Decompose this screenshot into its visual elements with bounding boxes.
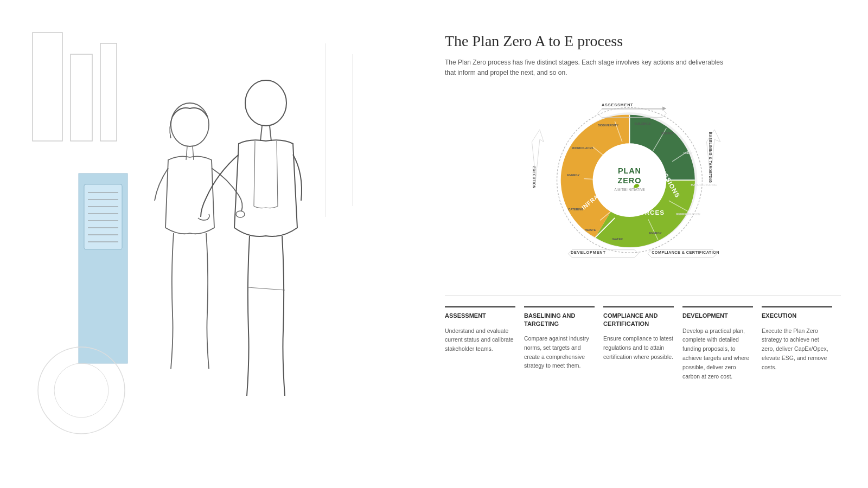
svg-text:ASSESSMENT: ASSESSMENT xyxy=(602,103,634,108)
svg-text:MANUFACTURING: MANUFACTURING xyxy=(691,183,717,187)
assessment-header: ASSESSMENT xyxy=(445,306,515,319)
baselining-bold-letter: B xyxy=(524,312,528,319)
page-title: The Plan Zero A to E process xyxy=(445,33,841,50)
svg-point-18 xyxy=(236,211,245,217)
svg-rect-0 xyxy=(33,33,62,141)
left-illustration-panel xyxy=(0,0,412,488)
svg-text:BIODIVERSITY: BIODIVERSITY xyxy=(598,124,619,127)
development-header-rest: EVELOPMENT xyxy=(687,312,728,319)
svg-point-15 xyxy=(171,103,209,146)
svg-rect-1 xyxy=(71,54,92,141)
svg-text:COMPLIANCE & CERTIFICATION: COMPLIANCE & CERTIFICATION xyxy=(652,250,719,255)
svg-rect-2 xyxy=(100,43,117,141)
compliance-desc: Ensure compliance to latest regulations … xyxy=(603,334,674,361)
assessment-header-rest: SSESSMENT xyxy=(449,312,486,319)
circular-diagram: ASSESSMENT BASELINING & TARGETING EXECUT… xyxy=(529,94,757,279)
right-content-panel: The Plan Zero A to E process The Plan Ze… xyxy=(412,0,868,488)
svg-rect-4 xyxy=(84,184,122,249)
page-description: The Plan Zero process has five distinct … xyxy=(445,57,727,78)
svg-text:REFRIGERATION: REFRIGERATION xyxy=(676,213,700,216)
svg-text:ENERGY: ENERGY xyxy=(567,174,580,177)
svg-text:BASELINING & TARGETING: BASELINING & TARGETING xyxy=(709,132,712,183)
svg-line-22 xyxy=(248,287,285,290)
process-table: ASSESSMENT Understand and evaluate curre… xyxy=(445,295,841,381)
process-col-development: DEVELOPMENT Develop a practical plan, co… xyxy=(682,306,762,381)
process-col-baselining: BASELINING AND TARGETING Compare against… xyxy=(524,306,603,381)
compliance-header: COMPLIANCE AND CERTIFICATION xyxy=(603,306,674,328)
svg-text:BUILDINGS: BUILDINGS xyxy=(635,122,651,125)
assessment-bold-letter: A xyxy=(445,312,449,319)
svg-text:ENERGY: ENERGY xyxy=(661,132,674,135)
baselining-header-rest: ASELINING AND TARGETING xyxy=(524,312,575,326)
sketch-illustration xyxy=(0,0,412,488)
plan-zero-diagram-svg: ASSESSMENT BASELINING & TARGETING EXECUT… xyxy=(529,94,735,268)
diagram-container: ASSESSMENT BASELINING & TARGETING EXECUT… xyxy=(445,94,841,279)
svg-line-21 xyxy=(270,126,271,141)
svg-line-16 xyxy=(186,146,187,160)
process-col-execution: EXECUTION Execute the Plan Zero strategy… xyxy=(762,306,841,381)
svg-text:ENERGY: ENERGY xyxy=(649,232,662,235)
svg-text:RESOURCES: RESOURCES xyxy=(620,209,665,216)
assessment-desc: Understand and evaluate current status a… xyxy=(445,326,515,354)
svg-text:WORKPLACES: WORKPLACES xyxy=(572,147,593,150)
svg-text:ZERO: ZERO xyxy=(618,176,642,185)
process-col-assessment: ASSESSMENT Understand and evaluate curre… xyxy=(445,306,524,381)
svg-text:A MITIE INITIATIVE: A MITIE INITIATIVE xyxy=(615,188,645,191)
process-col-compliance: COMPLIANCE AND CERTIFICATION Ensure comp… xyxy=(603,306,682,381)
svg-text:DEVELOPMENT: DEVELOPMENT xyxy=(571,250,606,255)
svg-text:CATERING: CATERING xyxy=(568,208,583,211)
svg-text:WATER: WATER xyxy=(612,237,623,241)
svg-point-19 xyxy=(245,80,286,126)
development-header: DEVELOPMENT xyxy=(682,306,753,319)
execution-desc: Execute the Plan Zero strategy to achiev… xyxy=(762,326,832,372)
baselining-desc: Compare against industry norms, set targ… xyxy=(524,334,595,370)
compliance-header-rest: OMPLIANCE AND CERTIFICATION xyxy=(603,312,658,326)
compliance-bold-letter: C xyxy=(603,312,608,319)
svg-line-17 xyxy=(193,146,194,160)
development-bold-letter: D xyxy=(682,312,687,319)
svg-text:WASTE: WASTE xyxy=(585,229,596,232)
execution-header-rest: XECUTION xyxy=(765,312,796,319)
svg-text:EXECUTION: EXECUTION xyxy=(532,166,536,189)
svg-text:PLAN: PLAN xyxy=(618,167,641,176)
baselining-header: BASELINING AND TARGETING xyxy=(524,306,595,328)
svg-point-14 xyxy=(54,363,108,418)
development-desc: Develop a practical plan, complete with … xyxy=(682,326,753,381)
svg-line-20 xyxy=(260,126,262,141)
svg-text:FLEET: FLEET xyxy=(684,152,693,155)
execution-header: EXECUTION xyxy=(762,306,832,319)
